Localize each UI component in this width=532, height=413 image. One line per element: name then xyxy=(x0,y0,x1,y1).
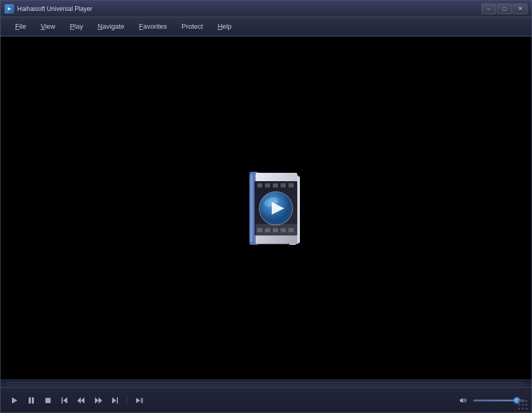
svg-rect-4 xyxy=(250,174,252,242)
svg-marker-30 xyxy=(77,397,81,404)
menu-navigate[interactable]: Navigate xyxy=(91,20,130,32)
play-button[interactable] xyxy=(7,393,22,408)
svg-rect-27 xyxy=(62,397,63,404)
maximize-button[interactable]: □ xyxy=(497,4,512,14)
play-icon xyxy=(10,396,19,405)
controls-bar xyxy=(1,387,531,412)
rewind-button[interactable] xyxy=(74,393,89,408)
volume-slider-fill xyxy=(474,400,517,401)
svg-rect-34 xyxy=(117,397,118,404)
svg-rect-10 xyxy=(281,183,286,187)
volume-slider-track[interactable] xyxy=(473,399,525,402)
grip-dot xyxy=(526,408,527,409)
pause-button[interactable] xyxy=(23,393,39,408)
svg-marker-35 xyxy=(136,398,140,403)
svg-rect-8 xyxy=(265,183,270,187)
slow-motion-icon xyxy=(135,396,143,405)
menu-file[interactable]: File xyxy=(9,20,32,32)
controls-separator xyxy=(127,395,127,406)
svg-point-21 xyxy=(245,247,307,258)
svg-marker-29 xyxy=(81,397,84,404)
grip-dot xyxy=(526,400,527,402)
video-area xyxy=(1,36,531,380)
stop-button[interactable] xyxy=(40,393,56,408)
title-bar-controls: − □ ✕ xyxy=(481,4,527,14)
progress-bar-container[interactable] xyxy=(1,380,531,387)
volume-button[interactable] xyxy=(457,393,470,408)
fast-forward-icon xyxy=(94,396,102,405)
grip-dot xyxy=(518,404,520,406)
grip-dot xyxy=(522,408,524,409)
svg-rect-26 xyxy=(45,398,51,403)
svg-rect-9 xyxy=(273,183,278,187)
svg-marker-23 xyxy=(12,397,17,404)
media-placeholder-icon xyxy=(209,151,323,266)
svg-marker-28 xyxy=(63,397,67,404)
grip-dot xyxy=(518,408,520,409)
svg-rect-22 xyxy=(256,224,297,245)
grip-dot xyxy=(518,400,520,402)
close-button[interactable]: ✕ xyxy=(513,4,527,14)
prev-chapter-button[interactable] xyxy=(57,393,72,408)
menu-bar: File View Play Navigate Favorites Protec… xyxy=(1,17,531,36)
media-icon-svg xyxy=(209,151,323,266)
minimize-button[interactable]: − xyxy=(481,4,496,14)
svg-marker-33 xyxy=(112,397,116,404)
svg-rect-36 xyxy=(141,398,142,403)
pause-icon xyxy=(27,396,35,405)
app-icon xyxy=(5,4,14,14)
menu-protect[interactable]: Protect xyxy=(175,20,209,32)
fast-forward-button[interactable] xyxy=(90,393,106,408)
grip-dot xyxy=(522,404,524,406)
rewind-icon xyxy=(77,396,86,405)
grip-dot xyxy=(526,404,527,406)
main-window: Haihaisoft Universal Player − □ ✕ File V… xyxy=(0,0,532,413)
progress-track[interactable] xyxy=(7,382,525,385)
menu-favorites[interactable]: Favorites xyxy=(133,20,173,32)
grip-dot xyxy=(522,400,524,402)
next-chapter-icon xyxy=(111,396,119,405)
svg-rect-24 xyxy=(29,397,31,404)
menu-play[interactable]: Play xyxy=(64,20,89,32)
resize-grip[interactable] xyxy=(518,400,528,410)
svg-rect-37 xyxy=(142,398,143,403)
svg-rect-7 xyxy=(257,183,262,187)
title-bar: Haihaisoft Universal Player − □ ✕ xyxy=(1,1,531,17)
menu-view[interactable]: View xyxy=(34,20,62,32)
stop-icon xyxy=(44,396,52,405)
svg-marker-38 xyxy=(460,398,463,403)
svg-rect-25 xyxy=(32,397,34,404)
svg-rect-11 xyxy=(288,183,294,187)
next-chapter-button[interactable] xyxy=(107,393,123,408)
title-bar-left: Haihaisoft Universal Player xyxy=(5,4,92,14)
svg-marker-32 xyxy=(99,397,102,404)
menu-help[interactable]: Help xyxy=(211,20,238,32)
volume-control xyxy=(457,393,525,408)
slow-motion-button[interactable] xyxy=(131,393,147,408)
window-title: Haihaisoft Universal Player xyxy=(17,5,92,13)
volume-icon xyxy=(460,396,468,405)
svg-marker-31 xyxy=(95,397,99,404)
prev-chapter-icon xyxy=(61,396,69,405)
